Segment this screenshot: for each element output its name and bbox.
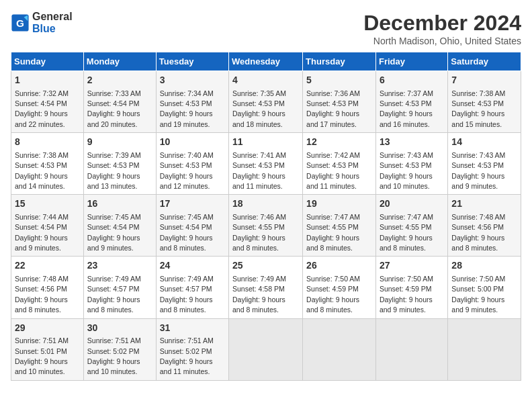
calendar-cell: 4Sunrise: 7:35 AMSunset: 4:53 PMDaylight… <box>229 71 303 133</box>
day-number: 26 <box>306 259 372 273</box>
calendar-cell: 18Sunrise: 7:46 AMSunset: 4:55 PMDayligh… <box>229 195 303 257</box>
svg-text:G: G <box>16 17 24 29</box>
calendar-cell: 24Sunrise: 7:49 AMSunset: 4:57 PMDayligh… <box>156 257 228 318</box>
day-detail: Sunrise: 7:49 AMSunset: 4:57 PMDaylight:… <box>160 275 214 314</box>
day-detail: Sunrise: 7:45 AMSunset: 4:54 PMDaylight:… <box>160 213 214 252</box>
calendar-cell: 21Sunrise: 7:48 AMSunset: 4:56 PMDayligh… <box>448 195 521 257</box>
calendar-week-2: 8Sunrise: 7:38 AMSunset: 4:53 PMDaylight… <box>11 133 521 195</box>
calendar-cell: 28Sunrise: 7:50 AMSunset: 5:00 PMDayligh… <box>448 257 521 318</box>
day-detail: Sunrise: 7:36 AMSunset: 4:53 PMDaylight:… <box>306 89 360 128</box>
day-number: 15 <box>15 197 80 211</box>
day-detail: Sunrise: 7:43 AMSunset: 4:53 PMDaylight:… <box>380 151 433 190</box>
day-number: 21 <box>451 197 517 211</box>
day-number: 5 <box>306 74 372 87</box>
day-detail: Sunrise: 7:47 AMSunset: 4:55 PMDaylight:… <box>306 213 360 252</box>
day-detail: Sunrise: 7:33 AMSunset: 4:54 PMDaylight:… <box>87 89 141 128</box>
header: G General Blue December 2024 North Madis… <box>11 11 521 46</box>
day-number: 18 <box>232 197 299 211</box>
day-detail: Sunrise: 7:35 AMSunset: 4:53 PMDaylight:… <box>232 89 286 128</box>
day-number: 19 <box>306 197 372 211</box>
day-number: 13 <box>380 136 444 149</box>
calendar-cell: 10Sunrise: 7:40 AMSunset: 4:53 PMDayligh… <box>156 133 228 195</box>
col-wednesday: Wednesday <box>229 52 303 71</box>
calendar-cell: 1Sunrise: 7:32 AMSunset: 4:54 PMDaylight… <box>11 71 84 133</box>
day-number: 25 <box>232 259 299 273</box>
calendar-week-3: 15Sunrise: 7:44 AMSunset: 4:54 PMDayligh… <box>11 195 521 257</box>
day-detail: Sunrise: 7:51 AMSunset: 5:01 PMDaylight:… <box>15 336 69 375</box>
calendar-cell: 26Sunrise: 7:50 AMSunset: 4:59 PMDayligh… <box>303 257 376 318</box>
calendar-cell: 6Sunrise: 7:37 AMSunset: 4:53 PMDaylight… <box>375 71 447 133</box>
day-number: 23 <box>87 259 152 273</box>
day-detail: Sunrise: 7:38 AMSunset: 4:53 PMDaylight:… <box>15 151 69 190</box>
col-friday: Friday <box>375 52 447 71</box>
day-number: 6 <box>380 74 444 87</box>
day-number: 28 <box>451 259 517 273</box>
calendar-cell <box>303 318 376 380</box>
day-detail: Sunrise: 7:50 AMSunset: 4:59 PMDaylight:… <box>306 275 360 314</box>
calendar-cell: 15Sunrise: 7:44 AMSunset: 4:54 PMDayligh… <box>11 195 84 257</box>
day-number: 10 <box>160 136 225 149</box>
calendar-week-1: 1Sunrise: 7:32 AMSunset: 4:54 PMDaylight… <box>11 71 521 133</box>
col-saturday: Saturday <box>448 52 521 71</box>
calendar-cell: 25Sunrise: 7:49 AMSunset: 4:58 PMDayligh… <box>229 257 303 318</box>
day-number: 1 <box>15 74 80 87</box>
day-detail: Sunrise: 7:37 AMSunset: 4:53 PMDaylight:… <box>380 89 433 128</box>
day-number: 20 <box>380 197 444 211</box>
day-number: 9 <box>87 136 152 149</box>
calendar-cell: 22Sunrise: 7:48 AMSunset: 4:56 PMDayligh… <box>11 257 84 318</box>
calendar-cell: 30Sunrise: 7:51 AMSunset: 5:02 PMDayligh… <box>83 318 156 380</box>
calendar-cell: 27Sunrise: 7:50 AMSunset: 4:59 PMDayligh… <box>375 257 447 318</box>
logo-text: General Blue <box>32 11 73 35</box>
day-detail: Sunrise: 7:49 AMSunset: 4:57 PMDaylight:… <box>87 275 141 314</box>
calendar-week-4: 22Sunrise: 7:48 AMSunset: 4:56 PMDayligh… <box>11 257 521 318</box>
calendar-cell: 11Sunrise: 7:41 AMSunset: 4:53 PMDayligh… <box>229 133 303 195</box>
calendar-cell: 9Sunrise: 7:39 AMSunset: 4:53 PMDaylight… <box>83 133 156 195</box>
day-detail: Sunrise: 7:41 AMSunset: 4:53 PMDaylight:… <box>232 151 286 190</box>
day-detail: Sunrise: 7:48 AMSunset: 4:56 PMDaylight:… <box>15 275 69 314</box>
day-detail: Sunrise: 7:49 AMSunset: 4:58 PMDaylight:… <box>232 275 286 314</box>
header-row: Sunday Monday Tuesday Wednesday Thursday… <box>11 52 521 71</box>
day-number: 2 <box>87 74 152 87</box>
calendar-cell: 8Sunrise: 7:38 AMSunset: 4:53 PMDaylight… <box>11 133 84 195</box>
col-monday: Monday <box>83 52 156 71</box>
calendar-cell <box>229 318 303 380</box>
day-detail: Sunrise: 7:39 AMSunset: 4:53 PMDaylight:… <box>87 151 141 190</box>
calendar-cell: 17Sunrise: 7:45 AMSunset: 4:54 PMDayligh… <box>156 195 228 257</box>
day-detail: Sunrise: 7:40 AMSunset: 4:53 PMDaylight:… <box>160 151 214 190</box>
day-detail: Sunrise: 7:38 AMSunset: 4:53 PMDaylight:… <box>451 89 505 128</box>
day-number: 4 <box>232 74 299 87</box>
calendar-cell: 2Sunrise: 7:33 AMSunset: 4:54 PMDaylight… <box>83 71 156 133</box>
day-number: 29 <box>15 322 80 335</box>
calendar-cell <box>375 318 447 380</box>
calendar-subtitle: North Madison, Ohio, United States <box>363 36 521 46</box>
day-number: 30 <box>87 322 152 335</box>
calendar-cell: 16Sunrise: 7:45 AMSunset: 4:54 PMDayligh… <box>83 195 156 257</box>
calendar-cell: 31Sunrise: 7:51 AMSunset: 5:02 PMDayligh… <box>156 318 228 380</box>
calendar-cell: 19Sunrise: 7:47 AMSunset: 4:55 PMDayligh… <box>303 195 376 257</box>
day-number: 12 <box>306 136 372 149</box>
day-number: 14 <box>451 136 517 149</box>
day-number: 11 <box>232 136 299 149</box>
calendar-cell: 3Sunrise: 7:34 AMSunset: 4:53 PMDaylight… <box>156 71 228 133</box>
day-detail: Sunrise: 7:43 AMSunset: 4:53 PMDaylight:… <box>451 151 505 190</box>
calendar-cell: 14Sunrise: 7:43 AMSunset: 4:53 PMDayligh… <box>448 133 521 195</box>
day-detail: Sunrise: 7:50 AMSunset: 4:59 PMDaylight:… <box>380 275 433 314</box>
logo-icon: G <box>11 13 30 32</box>
calendar-cell: 7Sunrise: 7:38 AMSunset: 4:53 PMDaylight… <box>448 71 521 133</box>
calendar-title: December 2024 <box>363 11 521 36</box>
calendar-cell: 5Sunrise: 7:36 AMSunset: 4:53 PMDaylight… <box>303 71 376 133</box>
calendar-cell: 23Sunrise: 7:49 AMSunset: 4:57 PMDayligh… <box>83 257 156 318</box>
day-detail: Sunrise: 7:47 AMSunset: 4:55 PMDaylight:… <box>380 213 433 252</box>
day-detail: Sunrise: 7:46 AMSunset: 4:55 PMDaylight:… <box>232 213 286 252</box>
day-number: 31 <box>160 322 225 335</box>
col-thursday: Thursday <box>303 52 376 71</box>
day-number: 3 <box>160 74 225 87</box>
title-area: December 2024 North Madison, Ohio, Unite… <box>363 11 521 46</box>
day-number: 27 <box>380 259 444 273</box>
calendar-cell: 29Sunrise: 7:51 AMSunset: 5:01 PMDayligh… <box>11 318 84 380</box>
day-detail: Sunrise: 7:34 AMSunset: 4:53 PMDaylight:… <box>160 89 214 128</box>
day-number: 16 <box>87 197 152 211</box>
day-detail: Sunrise: 7:44 AMSunset: 4:54 PMDaylight:… <box>15 213 69 252</box>
col-sunday: Sunday <box>11 52 84 71</box>
day-number: 8 <box>15 136 80 149</box>
